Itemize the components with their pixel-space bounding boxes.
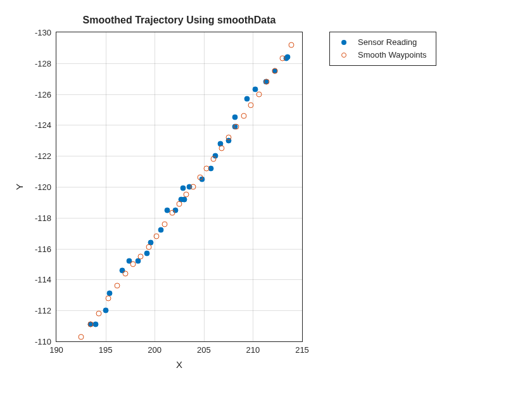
y-tick-label: -116 (35, 244, 51, 253)
smooth-waypoint-point (264, 79, 270, 85)
y-tick-label: -110 (35, 337, 51, 346)
legend-entry-sensor-reading: Sensor Reading (335, 36, 427, 49)
sensor-reading-point (180, 186, 186, 191)
smooth-waypoint-point (138, 253, 144, 259)
grid-line-horizontal (56, 156, 302, 156)
grid-line-horizontal (56, 249, 302, 250)
x-tick-label: 195 (99, 345, 113, 355)
smooth-waypoint-point (190, 184, 196, 190)
smooth-waypoint-point (88, 322, 94, 327)
legend-label: Sensor Reading (358, 36, 417, 49)
y-tick-label: -114 (35, 275, 51, 284)
y-tick-label: -124 (35, 120, 51, 130)
grid-line-horizontal (56, 187, 302, 187)
legend-label: Smooth Waypoints (358, 49, 427, 61)
smooth-waypoint-point (204, 165, 210, 171)
smooth-waypoint-point (279, 56, 285, 61)
smooth-waypoint-point (146, 244, 151, 250)
smooth-waypoint-point (225, 134, 231, 140)
y-tick-label: -120 (35, 182, 51, 192)
sensor-reading-point (158, 227, 163, 233)
smooth-waypoint-point (234, 124, 239, 129)
smooth-waypoint-point (154, 234, 160, 239)
grid-line-horizontal (56, 125, 302, 125)
grid-line-horizontal (56, 310, 302, 311)
legend-entry-smooth-waypoints: Smooth Waypoints (335, 49, 427, 61)
legend-marker-open-icon (335, 49, 353, 61)
smooth-waypoint-point (170, 210, 175, 216)
x-tick-label: 205 (197, 345, 211, 355)
smooth-waypoint-point (115, 283, 120, 289)
figure: Smoothed Trajectory Using smoothData X Y… (0, 0, 532, 399)
smooth-waypoint-point (106, 295, 111, 301)
grid-line-horizontal (56, 63, 302, 64)
smooth-waypoint-point (122, 270, 128, 276)
y-tick-label: -130 (35, 28, 51, 37)
smooth-waypoint-point (78, 334, 84, 339)
y-tick-label: -118 (35, 213, 51, 222)
grid-line-horizontal (56, 94, 302, 95)
smooth-waypoint-point (248, 102, 254, 108)
x-tick-label: 190 (49, 345, 63, 355)
x-tick-label: 200 (148, 345, 162, 355)
smooth-waypoint-point (183, 192, 189, 198)
smooth-waypoint-point (211, 156, 217, 162)
grid-line-horizontal (56, 279, 302, 280)
smooth-waypoint-point (162, 221, 167, 227)
smooth-waypoint-point (177, 201, 182, 206)
smooth-waypoint-point (130, 262, 136, 267)
y-axis-label: Y (14, 184, 25, 190)
smooth-waypoint-point (241, 113, 247, 118)
x-axis-label: X (176, 359, 182, 370)
chart-title: Smoothed Trajectory Using smoothData (83, 15, 276, 26)
smooth-waypoint-point (256, 91, 262, 97)
legend: Sensor Reading Smooth Waypoints (329, 32, 436, 66)
smooth-waypoint-point (288, 42, 294, 48)
smooth-waypoint-point (197, 175, 203, 180)
sensor-reading-point (144, 250, 149, 256)
grid-line-horizontal (56, 218, 302, 218)
y-tick-label: -128 (35, 58, 51, 68)
x-tick-label: 210 (246, 345, 260, 355)
sensor-reading-point (244, 96, 250, 101)
sensor-reading-point (93, 322, 99, 327)
sensor-reading-point (232, 115, 238, 120)
smooth-waypoint-point (272, 68, 277, 74)
sensor-reading-point (284, 54, 290, 60)
sensor-reading-point (103, 308, 108, 314)
x-tick-label: 215 (295, 345, 309, 355)
legend-marker-filled-icon (335, 36, 353, 49)
y-tick-label: -126 (35, 89, 51, 99)
axes: Smoothed Trajectory Using smoothData X Y… (56, 32, 303, 342)
smooth-waypoint-point (96, 311, 101, 317)
y-tick-label: -112 (35, 306, 51, 315)
y-tick-label: -122 (35, 151, 51, 161)
smooth-waypoint-point (218, 146, 224, 151)
